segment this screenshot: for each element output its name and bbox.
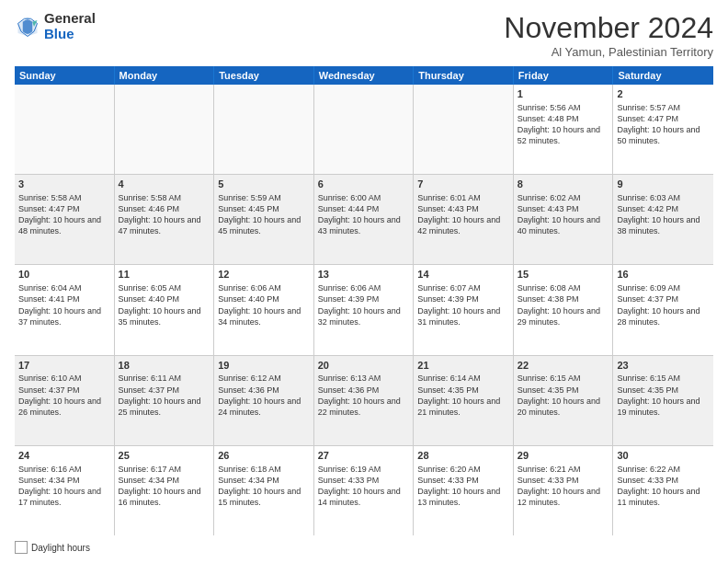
sunset-text: Sunset: 4:44 PM bbox=[318, 203, 410, 214]
sunset-text: Sunset: 4:36 PM bbox=[218, 385, 310, 396]
cal-cell bbox=[414, 85, 514, 174]
cal-cell: 1Sunrise: 5:56 AMSunset: 4:48 PMDaylight… bbox=[514, 85, 614, 174]
daylight-text: Daylight: 10 hours and 28 minutes. bbox=[617, 305, 710, 327]
sunrise-text: Sunrise: 6:08 AM bbox=[518, 282, 609, 293]
cal-cell: 12Sunrise: 6:06 AMSunset: 4:40 PMDayligh… bbox=[214, 265, 314, 354]
cal-cell: 25Sunrise: 6:17 AMSunset: 4:34 PMDayligh… bbox=[115, 446, 215, 535]
sunrise-text: Sunrise: 6:15 AM bbox=[617, 373, 710, 384]
sunset-text: Sunset: 4:33 PM bbox=[318, 475, 410, 486]
cal-cell: 22Sunrise: 6:15 AMSunset: 4:35 PMDayligh… bbox=[514, 356, 614, 445]
sunrise-text: Sunrise: 6:03 AM bbox=[617, 192, 710, 203]
daylight-text: Daylight: 10 hours and 20 minutes. bbox=[518, 396, 609, 418]
sunrise-text: Sunrise: 6:11 AM bbox=[119, 373, 210, 384]
daylight-text: Daylight: 10 hours and 35 minutes. bbox=[119, 305, 210, 327]
day-number: 17 bbox=[18, 359, 110, 373]
cal-week-0: 1Sunrise: 5:56 AMSunset: 4:48 PMDaylight… bbox=[15, 85, 713, 175]
sunset-text: Sunset: 4:40 PM bbox=[218, 293, 310, 304]
cal-cell: 27Sunrise: 6:19 AMSunset: 4:33 PMDayligh… bbox=[314, 446, 415, 535]
sunrise-text: Sunrise: 6:10 AM bbox=[18, 373, 110, 384]
sunrise-text: Sunrise: 5:58 AM bbox=[119, 192, 210, 203]
daylight-text: Daylight: 10 hours and 40 minutes. bbox=[518, 214, 609, 236]
day-number: 25 bbox=[119, 449, 210, 463]
sunrise-text: Sunrise: 6:18 AM bbox=[218, 464, 310, 475]
day-number: 18 bbox=[119, 359, 210, 373]
sunrise-text: Sunrise: 6:12 AM bbox=[218, 373, 310, 384]
cal-cell: 18Sunrise: 6:11 AMSunset: 4:37 PMDayligh… bbox=[115, 356, 215, 445]
sunset-text: Sunset: 4:37 PM bbox=[119, 385, 210, 396]
sunset-text: Sunset: 4:35 PM bbox=[417, 385, 509, 396]
cal-cell: 30Sunrise: 6:22 AMSunset: 4:33 PMDayligh… bbox=[613, 446, 713, 535]
daylight-text: Daylight: 10 hours and 38 minutes. bbox=[617, 214, 710, 236]
cal-cell: 4Sunrise: 5:58 AMSunset: 4:46 PMDaylight… bbox=[115, 175, 215, 264]
cal-week-2: 10Sunrise: 6:04 AMSunset: 4:41 PMDayligh… bbox=[15, 265, 713, 355]
day-number: 6 bbox=[318, 178, 410, 191]
sunset-text: Sunset: 4:38 PM bbox=[518, 293, 609, 304]
sunrise-text: Sunrise: 6:13 AM bbox=[318, 373, 410, 384]
logo-text: General Blue bbox=[44, 11, 96, 41]
sunset-text: Sunset: 4:40 PM bbox=[119, 293, 210, 304]
sunset-text: Sunset: 4:36 PM bbox=[318, 385, 410, 396]
sunrise-text: Sunrise: 6:17 AM bbox=[119, 464, 210, 475]
cal-header-sunday: Sunday bbox=[15, 66, 115, 85]
daylight-text: Daylight: 10 hours and 37 minutes. bbox=[18, 305, 110, 327]
day-number: 16 bbox=[617, 268, 710, 282]
sunrise-text: Sunrise: 6:09 AM bbox=[617, 282, 710, 293]
sunrise-text: Sunrise: 6:15 AM bbox=[518, 373, 609, 384]
cal-cell: 26Sunrise: 6:18 AMSunset: 4:34 PMDayligh… bbox=[214, 446, 314, 535]
sunset-text: Sunset: 4:39 PM bbox=[417, 293, 509, 304]
day-number: 13 bbox=[318, 268, 410, 282]
daylight-text: Daylight: 10 hours and 48 minutes. bbox=[18, 214, 110, 236]
day-number: 8 bbox=[518, 178, 609, 191]
cal-cell: 13Sunrise: 6:06 AMSunset: 4:39 PMDayligh… bbox=[314, 265, 415, 354]
cal-week-1: 3Sunrise: 5:58 AMSunset: 4:47 PMDaylight… bbox=[15, 175, 713, 265]
day-number: 3 bbox=[18, 178, 110, 191]
daylight-text: Daylight: 10 hours and 34 minutes. bbox=[218, 305, 310, 327]
logo-icon bbox=[15, 14, 40, 40]
day-number: 19 bbox=[218, 359, 310, 373]
daylight-text: Daylight: 10 hours and 52 minutes. bbox=[518, 124, 609, 146]
day-number: 14 bbox=[417, 268, 509, 282]
sunset-text: Sunset: 4:39 PM bbox=[318, 293, 410, 304]
cal-header-thursday: Thursday bbox=[414, 66, 514, 85]
header: General Blue November 2024 Al Yamun, Pal… bbox=[15, 11, 713, 59]
logo-general-text: General bbox=[44, 11, 96, 27]
sunrise-text: Sunrise: 5:58 AM bbox=[18, 192, 110, 203]
daylight-text: Daylight: 10 hours and 19 minutes. bbox=[617, 396, 710, 418]
sunrise-text: Sunrise: 6:06 AM bbox=[318, 282, 410, 293]
cal-cell: 17Sunrise: 6:10 AMSunset: 4:37 PMDayligh… bbox=[15, 356, 115, 445]
day-number: 12 bbox=[218, 268, 310, 282]
cal-cell: 3Sunrise: 5:58 AMSunset: 4:47 PMDaylight… bbox=[15, 175, 115, 264]
daylight-text: Daylight: 10 hours and 17 minutes. bbox=[18, 486, 110, 508]
daylight-text: Daylight: 10 hours and 32 minutes. bbox=[318, 305, 410, 327]
cal-cell: 29Sunrise: 6:21 AMSunset: 4:33 PMDayligh… bbox=[514, 446, 614, 535]
cal-cell: 21Sunrise: 6:14 AMSunset: 4:35 PMDayligh… bbox=[414, 356, 514, 445]
day-number: 23 bbox=[617, 359, 710, 373]
day-number: 26 bbox=[218, 449, 310, 463]
day-number: 2 bbox=[617, 87, 710, 101]
sunset-text: Sunset: 4:46 PM bbox=[119, 203, 210, 214]
sunset-text: Sunset: 4:33 PM bbox=[518, 475, 609, 486]
cal-header-friday: Friday bbox=[514, 66, 614, 85]
daylight-text: Daylight: 10 hours and 29 minutes. bbox=[518, 305, 609, 327]
sunset-text: Sunset: 4:35 PM bbox=[617, 385, 710, 396]
sunrise-text: Sunrise: 6:14 AM bbox=[417, 373, 509, 384]
daylight-text: Daylight: 10 hours and 16 minutes. bbox=[119, 486, 210, 508]
sunset-text: Sunset: 4:34 PM bbox=[218, 475, 310, 486]
sunrise-text: Sunrise: 6:20 AM bbox=[417, 464, 509, 475]
month-title: November 2024 bbox=[504, 11, 713, 45]
cal-cell: 23Sunrise: 6:15 AMSunset: 4:35 PMDayligh… bbox=[613, 356, 713, 445]
sunset-text: Sunset: 4:33 PM bbox=[617, 475, 710, 486]
daylight-text: Daylight: 10 hours and 47 minutes. bbox=[119, 214, 210, 236]
daylight-label: Daylight hours bbox=[31, 543, 90, 553]
calendar-body: 1Sunrise: 5:56 AMSunset: 4:48 PMDaylight… bbox=[15, 85, 713, 535]
day-number: 30 bbox=[617, 449, 710, 463]
day-number: 28 bbox=[417, 449, 509, 463]
cal-cell: 9Sunrise: 6:03 AMSunset: 4:42 PMDaylight… bbox=[613, 175, 713, 264]
calendar: SundayMondayTuesdayWednesdayThursdayFrid… bbox=[15, 66, 713, 535]
day-number: 29 bbox=[518, 449, 609, 463]
sunrise-text: Sunrise: 5:57 AM bbox=[617, 102, 710, 113]
sunset-text: Sunset: 4:34 PM bbox=[119, 475, 210, 486]
cal-cell: 28Sunrise: 6:20 AMSunset: 4:33 PMDayligh… bbox=[414, 446, 514, 535]
sunrise-text: Sunrise: 6:06 AM bbox=[218, 282, 310, 293]
cal-header-tuesday: Tuesday bbox=[214, 66, 314, 85]
